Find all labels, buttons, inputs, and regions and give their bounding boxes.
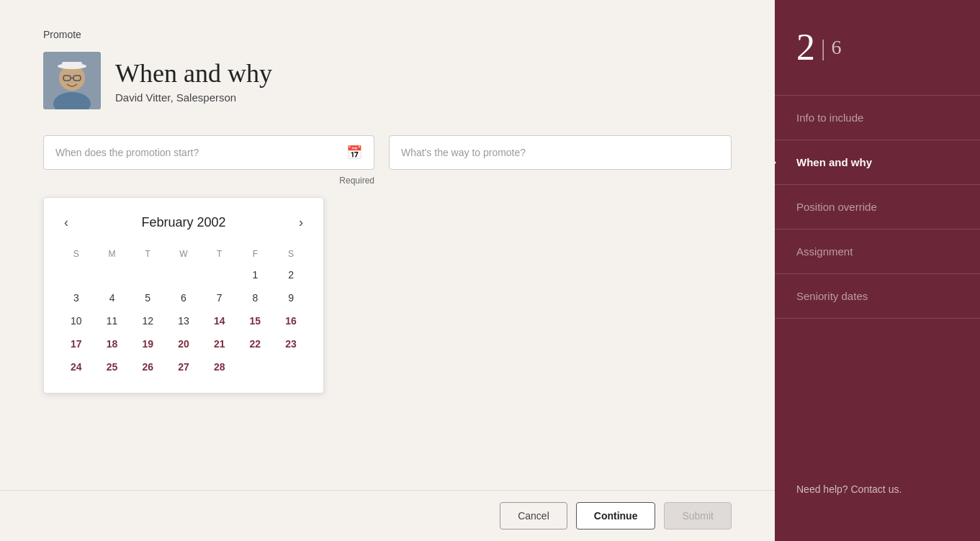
calendar-day bbox=[166, 263, 202, 286]
why-input-field[interactable]: What's the way to promote? bbox=[389, 135, 732, 170]
step-divider: | bbox=[821, 35, 825, 61]
header-section: When and why David Vitter, Salesperson bbox=[43, 52, 732, 109]
sidebar-item-label: Info to include bbox=[796, 112, 863, 124]
sidebar-item-label: Assignment bbox=[796, 245, 853, 258]
calendar-body: 1234567891011121314151617181920212223242… bbox=[58, 263, 309, 378]
sidebar-item-label: Position override bbox=[796, 201, 877, 213]
calendar-next-button[interactable]: › bbox=[293, 212, 309, 233]
calendar-day[interactable]: 21 bbox=[202, 332, 238, 355]
day-header-fri: F bbox=[238, 245, 274, 263]
calendar-day bbox=[273, 355, 309, 378]
day-header-sun: S bbox=[58, 245, 94, 263]
calendar-day[interactable]: 27 bbox=[166, 355, 202, 378]
sidebar: 2 | 6 Info to include When and why Posit… bbox=[775, 0, 980, 541]
calendar-week-row: 12 bbox=[58, 263, 309, 286]
calendar-day[interactable]: 25 bbox=[94, 355, 130, 378]
calendar-week-row: 17181920212223 bbox=[58, 332, 309, 355]
calendar-day[interactable]: 10 bbox=[58, 309, 94, 332]
continue-button[interactable]: Continue bbox=[576, 502, 656, 529]
calendar-week-row: 2425262728 bbox=[58, 355, 309, 378]
submit-button: Submit bbox=[664, 502, 732, 529]
calendar-day[interactable]: 5 bbox=[130, 286, 166, 309]
avatar-image bbox=[43, 52, 101, 109]
promote-label: Promote bbox=[43, 29, 732, 40]
date-placeholder-text: When does the promotion start? bbox=[55, 147, 199, 158]
calendar-day[interactable]: 20 bbox=[166, 332, 202, 355]
calendar-day[interactable]: 24 bbox=[58, 355, 94, 378]
calendar-day[interactable]: 13 bbox=[166, 309, 202, 332]
calendar-day[interactable]: 15 bbox=[238, 309, 274, 332]
calendar-day[interactable]: 4 bbox=[94, 286, 130, 309]
calendar-day[interactable]: 16 bbox=[273, 309, 309, 332]
calendar-icon[interactable]: 📅 bbox=[346, 145, 362, 160]
calendar-week-row: 3456789 bbox=[58, 286, 309, 309]
required-row: Required bbox=[43, 176, 732, 191]
calendar-grid: S M T W T F S 12345678910111213141516171… bbox=[58, 245, 309, 378]
day-header-wed: W bbox=[166, 245, 202, 263]
calendar-day[interactable]: 26 bbox=[130, 355, 166, 378]
calendar-day bbox=[94, 263, 130, 286]
page-title: When and why bbox=[115, 58, 272, 88]
calendar-day[interactable]: 19 bbox=[130, 332, 166, 355]
bottom-bar: Cancel Continue Submit bbox=[0, 490, 775, 541]
step-current: 2 bbox=[796, 29, 815, 66]
calendar-month-year: February 2002 bbox=[141, 215, 225, 230]
calendar-day bbox=[238, 355, 274, 378]
calendar-day[interactable]: 1 bbox=[238, 263, 274, 286]
date-input-field[interactable]: When does the promotion start? 📅 bbox=[43, 135, 374, 170]
calendar-day[interactable]: 6 bbox=[166, 286, 202, 309]
calendar-day bbox=[130, 263, 166, 286]
day-header-sat: S bbox=[273, 245, 309, 263]
calendar-day[interactable]: 22 bbox=[238, 332, 274, 355]
calendar-day[interactable]: 17 bbox=[58, 332, 94, 355]
sidebar-item-position-override[interactable]: Position override bbox=[775, 184, 980, 229]
sidebar-item-when-and-why[interactable]: When and why bbox=[775, 140, 980, 184]
page-subtitle: David Vitter, Salesperson bbox=[115, 91, 272, 104]
calendar-day bbox=[202, 263, 238, 286]
calendar-day[interactable]: 3 bbox=[58, 286, 94, 309]
calendar-day[interactable]: 2 bbox=[273, 263, 309, 286]
form-row: When does the promotion start? 📅 What's … bbox=[43, 135, 732, 170]
main-content: Promote When and why D bbox=[0, 0, 775, 541]
required-label: Required bbox=[43, 176, 374, 186]
step-indicator: 2 | 6 bbox=[775, 29, 980, 95]
sidebar-nav: Info to include When and why Position ov… bbox=[775, 95, 980, 466]
cancel-button[interactable]: Cancel bbox=[500, 502, 567, 529]
calendar-day[interactable]: 12 bbox=[130, 309, 166, 332]
calendar-day[interactable]: 7 bbox=[202, 286, 238, 309]
calendar-day bbox=[58, 263, 94, 286]
header-text: When and why David Vitter, Salesperson bbox=[115, 58, 272, 104]
calendar-day[interactable]: 28 bbox=[202, 355, 238, 378]
calendar-day[interactable]: 8 bbox=[238, 286, 274, 309]
step-total: 6 bbox=[831, 36, 841, 59]
calendar-header: ‹ February 2002 › bbox=[58, 212, 309, 233]
avatar bbox=[43, 52, 101, 109]
sidebar-item-info-to-include[interactable]: Info to include bbox=[775, 95, 980, 140]
calendar-container: ‹ February 2002 › S M T W T F S 12345678… bbox=[43, 197, 324, 394]
calendar-prev-button[interactable]: ‹ bbox=[58, 212, 74, 233]
sidebar-item-label: When and why bbox=[796, 156, 872, 168]
calendar-day[interactable]: 23 bbox=[273, 332, 309, 355]
why-placeholder-text: What's the way to promote? bbox=[401, 147, 526, 158]
calendar-day[interactable]: 18 bbox=[94, 332, 130, 355]
sidebar-item-seniority-dates[interactable]: Seniority dates bbox=[775, 273, 980, 319]
calendar-week-row: 10111213141516 bbox=[58, 309, 309, 332]
calendar-day[interactable]: 11 bbox=[94, 309, 130, 332]
day-header-thu: T bbox=[202, 245, 238, 263]
day-header-tue: T bbox=[130, 245, 166, 263]
calendar-days-header-row: S M T W T F S bbox=[58, 245, 309, 263]
sidebar-item-assignment[interactable]: Assignment bbox=[775, 229, 980, 273]
sidebar-help-link[interactable]: Need help? Contact us. bbox=[775, 466, 980, 512]
calendar-day[interactable]: 14 bbox=[202, 309, 238, 332]
calendar-day[interactable]: 9 bbox=[273, 286, 309, 309]
sidebar-item-label: Seniority dates bbox=[796, 290, 868, 302]
day-header-mon: M bbox=[94, 245, 130, 263]
svg-rect-4 bbox=[62, 62, 82, 68]
